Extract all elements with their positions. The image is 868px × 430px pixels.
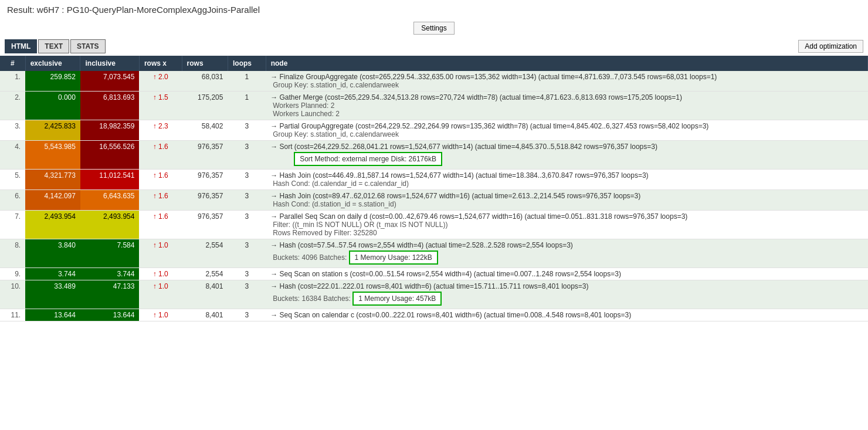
row-number: 5. bbox=[0, 170, 25, 190]
add-optimization-button[interactable]: Add optimization bbox=[798, 40, 863, 53]
sort-method-popup: Sort Method: external merge Disk: 26176k… bbox=[294, 152, 442, 166]
inclusive-value: 47.133 bbox=[80, 280, 139, 309]
tab-text[interactable]: TEXT bbox=[38, 39, 69, 53]
inclusive-value: 7.584 bbox=[80, 239, 139, 268]
row-number: 6. bbox=[0, 190, 25, 211]
node-sub-line: Filter: ((t_min IS NOT NULL) OR (t_max I… bbox=[270, 221, 863, 229]
rows-value: 68,031 bbox=[182, 71, 228, 92]
rows-x-value: ↑ 1.0 bbox=[139, 268, 182, 280]
node-main-line: → Parallel Seq Scan on daily d (cost=0.0… bbox=[270, 212, 863, 221]
row-number: 8. bbox=[0, 239, 25, 268]
node-main-line: → Hash Join (cost=89.47..62,012.68 rows=… bbox=[270, 192, 863, 200]
node-main-line: → Gather Merge (cost=265,229.54..324,513… bbox=[270, 93, 863, 101]
row-number: 2. bbox=[0, 92, 25, 120]
node-sub-line: Buckets: 4096 Batches: 1 Memory Usage: 1… bbox=[270, 249, 863, 266]
rows-value: 8,401 bbox=[182, 280, 228, 309]
node-cell: → Finalize GroupAggregate (cost=265,229.… bbox=[266, 71, 867, 92]
settings-button[interactable]: Settings bbox=[413, 22, 454, 35]
table-row: 2.0.0006,813.693↑ 1.5175,2051→ Gather Me… bbox=[0, 92, 868, 120]
node-main-line: → Seq Scan on calendar c (cost=0.00..222… bbox=[270, 311, 863, 319]
rows-x-value: ↑ 1.6 bbox=[139, 170, 182, 190]
table-row: 8.3.8407.584↑ 1.02,5543→ Hash (cost=57.5… bbox=[0, 239, 868, 268]
table-row: 5.4,321.77311,012.541↑ 1.6976,3573→ Hash… bbox=[0, 170, 868, 190]
col-header-num: # bbox=[0, 56, 25, 71]
node-sub-line: Group Key: s.station_id, c.calendarweek bbox=[270, 81, 863, 89]
loops-value: 3 bbox=[228, 190, 266, 211]
inclusive-value: 7,073.545 bbox=[80, 71, 139, 92]
col-header-inclusive: inclusive bbox=[80, 56, 139, 71]
node-sub-line: Hash Cond: (d.calendar_id = c.calendar_i… bbox=[270, 180, 863, 188]
rows-x-value: ↑ 1.6 bbox=[139, 211, 182, 239]
tab-stats[interactable]: STATS bbox=[70, 39, 106, 53]
node-cell: → Seq Scan on calendar c (cost=0.00..222… bbox=[266, 309, 867, 321]
node-main-line: → Finalize GroupAggregate (cost=265,229.… bbox=[270, 73, 863, 81]
node-main-line: → Partial GroupAggregate (cost=264,229.5… bbox=[270, 122, 863, 130]
inclusive-value: 11,012.541 bbox=[80, 170, 139, 190]
page-title: Result: w6H7 : PG10-QueryPlan-MoreComple… bbox=[0, 0, 868, 19]
loops-value: 3 bbox=[228, 268, 266, 280]
node-cell: → Hash Join (cost=446.49..81,587.14 rows… bbox=[266, 170, 867, 190]
node-sub-line: Buckets: 16384 Batches: 1 Memory Usage: … bbox=[270, 290, 863, 307]
loops-value: 3 bbox=[228, 280, 266, 309]
memory-usage-popup-10: 1 Memory Usage: 457kB bbox=[352, 292, 442, 306]
loops-value: 3 bbox=[228, 239, 266, 268]
node-main-line: → Hash Join (cost=446.49..81,587.14 rows… bbox=[270, 171, 863, 180]
rows-x-value: ↑ 1.0 bbox=[139, 280, 182, 309]
node-sub-line: Rows Removed by Filter: 325280 bbox=[270, 229, 863, 237]
loops-value: 1 bbox=[228, 92, 266, 120]
row-number: 1. bbox=[0, 71, 25, 92]
loops-value: 3 bbox=[228, 141, 266, 170]
node-sub-line: Group Key: s.station_id, c.calendarweek bbox=[270, 130, 863, 138]
col-header-node: node bbox=[266, 56, 867, 71]
exclusive-value: 3.744 bbox=[25, 268, 80, 280]
exclusive-value: 4,321.773 bbox=[25, 170, 80, 190]
table-row: 1.259.8527,073.545↑ 2.068,0311→ Finalize… bbox=[0, 71, 868, 92]
exclusive-value: 5,543.985 bbox=[25, 141, 80, 170]
rows-value: 175,205 bbox=[182, 92, 228, 120]
rows-value: 976,357 bbox=[182, 190, 228, 211]
tab-group: HTML TEXT STATS bbox=[5, 39, 106, 53]
table-row: 9.3.7443.744↑ 1.02,5543→ Seq Scan on sta… bbox=[0, 268, 868, 280]
row-number: 7. bbox=[0, 211, 25, 239]
exclusive-value: 2,493.954 bbox=[25, 211, 80, 239]
inclusive-value: 6,643.635 bbox=[80, 190, 139, 211]
loops-value: 3 bbox=[228, 120, 266, 141]
node-main-line: → Seq Scan on station s (cost=0.00..51.5… bbox=[270, 270, 863, 278]
node-cell: → Partial GroupAggregate (cost=264,229.5… bbox=[266, 120, 867, 141]
table-row: 6.4,142.0976,643.635↑ 1.6976,3573→ Hash … bbox=[0, 190, 868, 211]
loops-value: 3 bbox=[228, 211, 266, 239]
node-sub-line: Hash Cond: (d.station_id = s.station_id) bbox=[270, 200, 863, 208]
row-number: 10. bbox=[0, 280, 25, 309]
tab-html[interactable]: HTML bbox=[5, 39, 37, 53]
row-number: 3. bbox=[0, 120, 25, 141]
rows-x-value: ↑ 2.0 bbox=[139, 71, 182, 92]
rows-x-value: ↑ 1.6 bbox=[139, 190, 182, 211]
col-header-rows: rows bbox=[182, 56, 228, 71]
row-number: 4. bbox=[0, 141, 25, 170]
table-row: 4.5,543.98516,556.526↑ 1.6976,3573→ Sort… bbox=[0, 141, 868, 170]
inclusive-value: 18,982.359 bbox=[80, 120, 139, 141]
table-row: 11.13.64413.644↑ 1.08,4013→ Seq Scan on … bbox=[0, 309, 868, 321]
node-main-line: → Hash (cost=222.01..222.01 rows=8,401 w… bbox=[270, 282, 863, 290]
node-cell: → Seq Scan on station s (cost=0.00..51.5… bbox=[266, 268, 867, 280]
exclusive-value: 2,425.833 bbox=[25, 120, 80, 141]
rows-value: 976,357 bbox=[182, 211, 228, 239]
node-cell: → Hash (cost=222.01..222.01 rows=8,401 w… bbox=[266, 280, 867, 309]
row-number: 11. bbox=[0, 309, 25, 321]
exclusive-value: 259.852 bbox=[25, 71, 80, 92]
node-cell: → Parallel Seq Scan on daily d (cost=0.0… bbox=[266, 211, 867, 239]
rows-x-value: ↑ 1.0 bbox=[139, 239, 182, 268]
inclusive-value: 13.644 bbox=[80, 309, 139, 321]
node-sub-line: Workers Launched: 2 bbox=[270, 110, 863, 118]
query-plan-table: # exclusive inclusive rows x rows loops … bbox=[0, 56, 868, 321]
node-cell: → Hash (cost=57.54..57.54 rows=2,554 wid… bbox=[266, 239, 867, 268]
table-row: 10.33.48947.133↑ 1.08,4013→ Hash (cost=2… bbox=[0, 280, 868, 309]
table-row: 7.2,493.9542,493.954↑ 1.6976,3573→ Paral… bbox=[0, 211, 868, 239]
col-header-loops: loops bbox=[228, 56, 266, 71]
rows-value: 8,401 bbox=[182, 309, 228, 321]
table-row: 3.2,425.83318,982.359↑ 2.358,4023→ Parti… bbox=[0, 120, 868, 141]
exclusive-value: 33.489 bbox=[25, 280, 80, 309]
inclusive-value: 2,493.954 bbox=[80, 211, 139, 239]
inclusive-value: 16,556.526 bbox=[80, 141, 139, 170]
rows-x-value: ↑ 1.0 bbox=[139, 309, 182, 321]
